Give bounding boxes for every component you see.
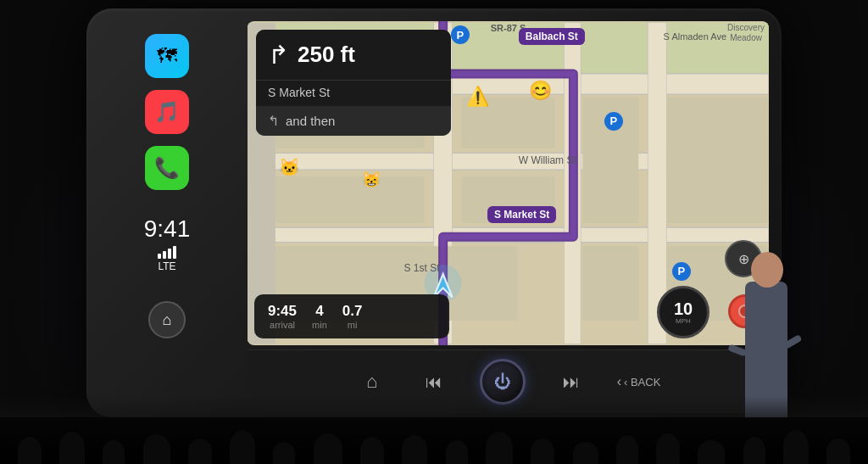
audience-head	[446, 440, 468, 464]
prev-track-btn[interactable]: ⏮	[418, 366, 450, 398]
audience-area	[0, 417, 868, 464]
parking-icon-2: P	[604, 112, 623, 131]
audience-head	[656, 433, 680, 464]
waze-emoji-2: 😊	[529, 80, 552, 102]
svg-rect-6	[564, 23, 581, 344]
back-chevron-icon: ‹	[617, 374, 621, 389]
audience-head	[230, 430, 255, 464]
time-display: 9:41 LTE	[144, 215, 191, 272]
phone-app-icon[interactable]: 📞	[145, 146, 189, 190]
nav-then-turn-icon: ↰	[268, 113, 279, 129]
nav-then-text: and then	[286, 114, 335, 128]
svg-rect-4	[248, 227, 769, 243]
audience-head	[826, 439, 850, 464]
home-button[interactable]: ⌂	[148, 301, 186, 338]
duration-label: min	[312, 320, 327, 330]
waze-icon: 🗺	[157, 44, 177, 68]
audience-head	[360, 437, 384, 464]
network-label: LTE	[144, 260, 191, 272]
phone-icon: 📞	[154, 156, 180, 180]
audience-head	[59, 432, 85, 464]
back-label: ‹ BACK	[624, 376, 660, 389]
presenter	[724, 243, 809, 422]
arrival-label: arrival	[268, 320, 297, 330]
nav-instruction-panel: ↱ 250 ft S Market St ↰ and then	[256, 30, 451, 136]
signal-bar-1	[158, 254, 161, 259]
duration-stat: 4 min	[312, 303, 327, 330]
audience-head	[103, 440, 125, 464]
svg-rect-3	[248, 153, 769, 170]
home-icon: ⌂	[163, 311, 172, 329]
parking-icon-1: P	[451, 25, 470, 44]
speed-unit: MPH	[676, 317, 691, 325]
signal-bar-4	[173, 246, 176, 259]
home-control-btn[interactable]: ⌂	[356, 366, 388, 398]
audience-head	[143, 434, 170, 464]
audience-head	[188, 439, 212, 464]
waze-emoji-3: 🐱	[279, 157, 300, 177]
svg-rect-11	[275, 176, 425, 223]
audience-head	[573, 442, 598, 464]
distance-label: mi	[342, 320, 363, 330]
audience-head	[616, 435, 638, 464]
arrival-time: 9:45	[268, 303, 297, 320]
music-app-icon[interactable]: 🎵	[145, 90, 189, 134]
distance-stat: 0.7 mi	[342, 303, 363, 330]
nav-main-instruction: ↱ 250 ft	[256, 30, 451, 80]
main-screen: SR-87 S Balbach St S Almaden Ave W Willi…	[248, 21, 769, 345]
speed-indicator: 10 MPH	[657, 286, 709, 338]
first-st-label: S 1st St	[404, 262, 440, 274]
waze-emoji-4: 😸	[362, 171, 381, 189]
nav-distance-text: 250 ft	[298, 42, 355, 68]
music-icon: 🎵	[154, 100, 180, 124]
nav-street-name: S Market St	[256, 80, 451, 106]
svg-rect-16	[666, 97, 769, 222]
almaden-ave-label: S Almaden Ave	[664, 31, 726, 42]
audience-head	[314, 433, 342, 464]
audience-head	[743, 437, 765, 464]
audience-head	[531, 439, 554, 464]
nav-bottom-panel: 9:45 arrival 4 min 0.7 mi	[254, 294, 449, 338]
back-button[interactable]: ‹ ‹ BACK	[617, 374, 661, 389]
parking-icon-3: P	[672, 262, 691, 281]
discovery-label: DiscoveryMeadow	[727, 23, 765, 43]
duration-value: 4	[312, 303, 327, 320]
map-background: SR-87 S Balbach St S Almaden Ave W Willi…	[248, 21, 769, 345]
signal-bars	[144, 246, 191, 259]
distance-value: 0.7	[342, 303, 363, 320]
audience-head	[402, 435, 427, 464]
market-st-label: S Market St	[487, 206, 556, 223]
signal-bar-3	[168, 249, 171, 259]
clock-time: 9:41	[144, 215, 191, 243]
balbach-st-label: Balbach St	[519, 28, 585, 45]
waze-app-icon[interactable]: 🗺	[145, 34, 189, 78]
audience-head	[486, 432, 513, 464]
audience-head	[18, 437, 42, 464]
car-bezel: 🗺 🎵 📞 9:41 LTE ⌂	[86, 8, 782, 417]
audience-head	[783, 430, 809, 464]
nav-then-row: ↰ and then	[256, 106, 451, 136]
presenter-head	[751, 252, 783, 288]
signal-bar-2	[163, 251, 166, 259]
william-st-label: W William St	[519, 154, 576, 166]
sidebar: 🗺 🎵 📞 9:41 LTE ⌂	[95, 25, 239, 349]
next-track-btn[interactable]: ⏭	[555, 366, 587, 398]
speed-value: 10	[674, 300, 693, 317]
audience-head	[698, 440, 725, 464]
svg-rect-15	[582, 246, 638, 321]
waze-emoji-warning: ⚠️	[466, 86, 489, 108]
audience-head	[273, 442, 295, 464]
nav-turn-icon: ↱	[268, 40, 289, 70]
arrival-stat: 9:45 arrival	[268, 303, 297, 330]
